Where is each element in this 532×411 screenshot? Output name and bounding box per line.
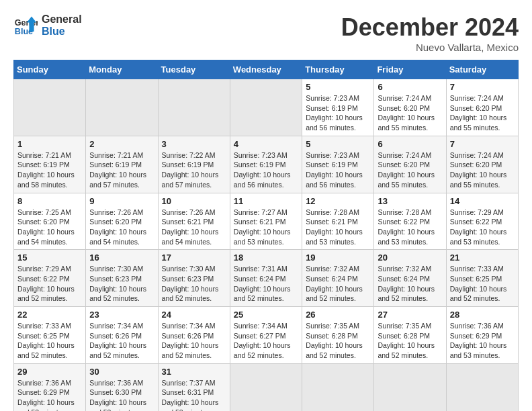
day-cell-20: 20 Sunrise: 7:32 AMSunset: 6:24 PMDaylig… bbox=[374, 250, 446, 307]
day-cell-22: 22 Sunrise: 7:33 AMSunset: 6:25 PMDaylig… bbox=[14, 307, 86, 364]
day-cell-27: 27 Sunrise: 7:35 AMSunset: 6:28 PMDaylig… bbox=[374, 307, 446, 364]
day-cell-7: 7 Sunrise: 7:24 AMSunset: 6:20 PMDayligh… bbox=[446, 79, 518, 136]
day-cell-2: 2 Sunrise: 7:21 AMSunset: 6:19 PMDayligh… bbox=[86, 136, 158, 193]
day-cell-21: 21 Sunrise: 7:33 AMSunset: 6:25 PMDaylig… bbox=[446, 250, 518, 307]
day-cell-empty bbox=[230, 79, 302, 136]
calendar-header-row: Sunday Monday Tuesday Wednesday Thursday… bbox=[14, 60, 519, 79]
col-friday: Friday bbox=[374, 60, 446, 79]
day-cell-1: 1 Sunrise: 7:21 AMSunset: 6:19 PMDayligh… bbox=[14, 136, 86, 193]
table-row: 29 Sunrise: 7:36 AMSunset: 6:29 PMDaylig… bbox=[14, 363, 519, 411]
day-cell-11: 11 Sunrise: 7:27 AMSunset: 6:21 PMDaylig… bbox=[230, 193, 302, 250]
day-cell-7b: 7 Sunrise: 7:24 AMSunset: 6:20 PMDayligh… bbox=[446, 136, 518, 193]
day-cell-6b: 6 Sunrise: 7:24 AMSunset: 6:20 PMDayligh… bbox=[374, 136, 446, 193]
day-cell-empty bbox=[446, 363, 518, 411]
logo: General Blue General Blue bbox=[13, 13, 82, 38]
day-cell-23: 23 Sunrise: 7:34 AMSunset: 6:26 PMDaylig… bbox=[86, 307, 158, 364]
page-header: General Blue General Blue December 2024 … bbox=[13, 13, 519, 53]
day-cell-30: 30 Sunrise: 7:36 AMSunset: 6:30 PMDaylig… bbox=[86, 363, 158, 411]
col-tuesday: Tuesday bbox=[158, 60, 230, 79]
day-cell-8: 8 Sunrise: 7:25 AMSunset: 6:20 PMDayligh… bbox=[14, 193, 86, 250]
day-cell-17: 17 Sunrise: 7:30 AMSunset: 6:23 PMDaylig… bbox=[158, 250, 230, 307]
col-monday: Monday bbox=[86, 60, 158, 79]
month-title: December 2024 bbox=[341, 13, 519, 42]
calendar-table: Sunday Monday Tuesday Wednesday Thursday… bbox=[13, 60, 519, 411]
table-row: 22 Sunrise: 7:33 AMSunset: 6:25 PMDaylig… bbox=[14, 307, 519, 364]
col-wednesday: Wednesday bbox=[230, 60, 302, 79]
col-sunday: Sunday bbox=[14, 60, 86, 79]
logo-text-blue: Blue bbox=[42, 26, 82, 38]
day-cell-5b: 5 Sunrise: 7:23 AMSunset: 6:19 PMDayligh… bbox=[302, 136, 374, 193]
day-cell-14: 14 Sunrise: 7:29 AMSunset: 6:22 PMDaylig… bbox=[446, 193, 518, 250]
logo-text-general: General bbox=[42, 13, 82, 26]
day-cell-29: 29 Sunrise: 7:36 AMSunset: 6:29 PMDaylig… bbox=[14, 363, 86, 411]
day-cell-16: 16 Sunrise: 7:30 AMSunset: 6:23 PMDaylig… bbox=[86, 250, 158, 307]
day-cell-6: 6 Sunrise: 7:24 AMSunset: 6:20 PMDayligh… bbox=[374, 79, 446, 136]
day-cell-19: 19 Sunrise: 7:32 AMSunset: 6:24 PMDaylig… bbox=[302, 250, 374, 307]
day-cell-28: 28 Sunrise: 7:36 AMSunset: 6:29 PMDaylig… bbox=[446, 307, 518, 364]
day-cell-12: 12 Sunrise: 7:28 AMSunset: 6:21 PMDaylig… bbox=[302, 193, 374, 250]
title-block: December 2024 Nuevo Vallarta, Mexico bbox=[341, 13, 519, 53]
logo-icon: General Blue bbox=[13, 13, 38, 38]
day-cell-24: 24 Sunrise: 7:34 AMSunset: 6:26 PMDaylig… bbox=[158, 307, 230, 364]
col-saturday: Saturday bbox=[446, 60, 518, 79]
day-cell-4: 4 Sunrise: 7:23 AMSunset: 6:19 PMDayligh… bbox=[230, 136, 302, 193]
day-cell-5: 5 Sunrise: 7:23 AMSunset: 6:19 PMDayligh… bbox=[302, 79, 374, 136]
day-cell-25: 25 Sunrise: 7:34 AMSunset: 6:27 PMDaylig… bbox=[230, 307, 302, 364]
day-cell-9: 9 Sunrise: 7:26 AMSunset: 6:20 PMDayligh… bbox=[86, 193, 158, 250]
day-cell-empty bbox=[158, 79, 230, 136]
day-cell-3: 3 Sunrise: 7:22 AMSunset: 6:19 PMDayligh… bbox=[158, 136, 230, 193]
day-cell-empty bbox=[230, 363, 302, 411]
col-thursday: Thursday bbox=[302, 60, 374, 79]
day-cell-18: 18 Sunrise: 7:31 AMSunset: 6:24 PMDaylig… bbox=[230, 250, 302, 307]
day-cell-31: 31 Sunrise: 7:37 AMSunset: 6:31 PMDaylig… bbox=[158, 363, 230, 411]
day-cell-13: 13 Sunrise: 7:28 AMSunset: 6:22 PMDaylig… bbox=[374, 193, 446, 250]
location-subtitle: Nuevo Vallarta, Mexico bbox=[341, 42, 519, 53]
table-row: 5 Sunrise: 7:23 AMSunset: 6:19 PMDayligh… bbox=[14, 79, 519, 136]
day-cell-26: 26 Sunrise: 7:35 AMSunset: 6:28 PMDaylig… bbox=[302, 307, 374, 364]
day-cell-empty bbox=[14, 79, 86, 136]
table-row: 1 Sunrise: 7:21 AMSunset: 6:19 PMDayligh… bbox=[14, 136, 519, 193]
day-cell-10: 10 Sunrise: 7:26 AMSunset: 6:21 PMDaylig… bbox=[158, 193, 230, 250]
day-cell-empty bbox=[86, 79, 158, 136]
table-row: 8 Sunrise: 7:25 AMSunset: 6:20 PMDayligh… bbox=[14, 193, 519, 250]
table-row: 15 Sunrise: 7:29 AMSunset: 6:22 PMDaylig… bbox=[14, 250, 519, 307]
day-cell-15: 15 Sunrise: 7:29 AMSunset: 6:22 PMDaylig… bbox=[14, 250, 86, 307]
day-cell-empty bbox=[374, 363, 446, 411]
day-cell-empty bbox=[302, 363, 374, 411]
